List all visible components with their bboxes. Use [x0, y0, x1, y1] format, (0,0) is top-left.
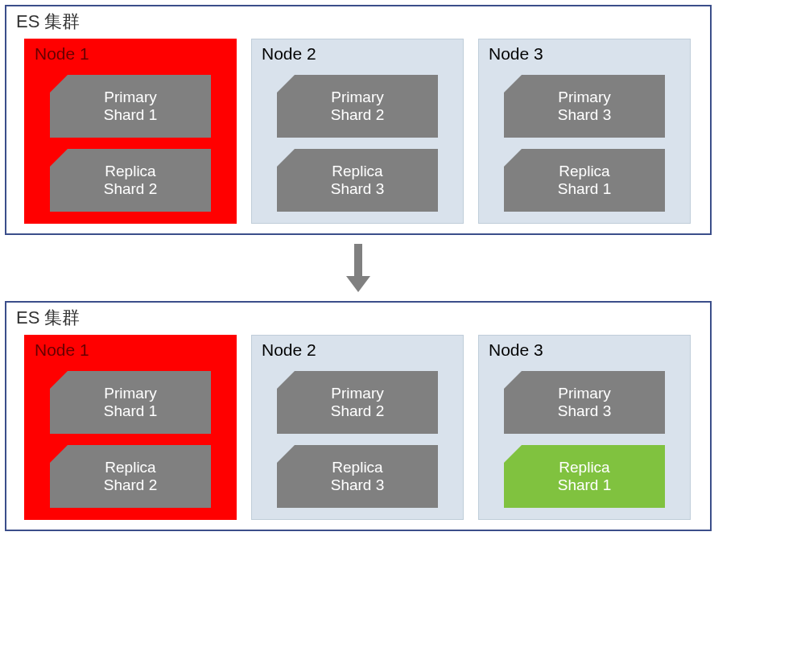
shard-line2: Shard 1	[104, 402, 158, 420]
shard-line2: Shard 3	[558, 106, 612, 124]
node-label: Node 3	[489, 44, 680, 64]
shard-line2: Shard 3	[558, 402, 612, 420]
transition-arrow-gap	[5, 235, 712, 301]
node-label: Node 3	[489, 340, 680, 360]
nodes-row: Node 1 Primary Shard 1 Replica Shard 2 N…	[14, 39, 702, 224]
replica-shard-2: Replica Shard 2	[50, 445, 211, 508]
cluster-title: ES 集群	[14, 10, 702, 34]
shard-line1: Primary	[558, 89, 610, 106]
shard-line1: Primary	[331, 89, 383, 106]
primary-shard-3: Primary Shard 3	[504, 371, 665, 434]
node-label: Node 2	[262, 340, 453, 360]
primary-shard-1: Primary Shard 1	[50, 371, 211, 434]
replica-shard-1-promoted: Replica Shard 1	[504, 445, 665, 508]
arrow-down-icon	[345, 242, 372, 294]
replica-shard-3: Replica Shard 3	[277, 445, 438, 508]
svg-rect-0	[354, 244, 362, 276]
shard-line1: Replica	[105, 163, 155, 180]
nodes-row: Node 1 Primary Shard 1 Replica Shard 2 N…	[14, 335, 702, 520]
cluster-title: ES 集群	[14, 306, 702, 330]
shard-line1: Replica	[332, 163, 382, 180]
shard-line2: Shard 2	[104, 476, 158, 494]
primary-shard-3: Primary Shard 3	[504, 75, 665, 138]
node-3: Node 3 Primary Shard 3 Replica Shard 1	[478, 39, 691, 224]
shard-line2: Shard 2	[331, 402, 385, 420]
node-1: Node 1 Primary Shard 1 Replica Shard 2	[24, 39, 237, 224]
shard-line1: Primary	[104, 89, 156, 106]
primary-shard-2: Primary Shard 2	[277, 75, 438, 138]
cluster-after: ES 集群 Node 1 Primary Shard 1 Replica Sha…	[5, 301, 712, 531]
node-label: Node 1	[35, 340, 226, 360]
replica-shard-1: Replica Shard 1	[504, 149, 665, 212]
shard-line2: Shard 3	[331, 476, 385, 494]
primary-shard-2: Primary Shard 2	[277, 371, 438, 434]
node-1: Node 1 Primary Shard 1 Replica Shard 2	[24, 335, 237, 520]
shard-line2: Shard 3	[331, 180, 385, 198]
shard-line1: Replica	[559, 459, 609, 476]
shard-line1: Replica	[559, 163, 609, 180]
node-3: Node 3 Primary Shard 3 Replica Shard 1	[478, 335, 691, 520]
shard-line2: Shard 1	[558, 476, 612, 494]
shard-line2: Shard 2	[104, 180, 158, 198]
shard-line2: Shard 2	[331, 106, 385, 124]
node-2: Node 2 Primary Shard 2 Replica Shard 3	[251, 335, 464, 520]
svg-marker-1	[346, 276, 370, 292]
shard-line1: Primary	[558, 385, 610, 402]
shard-line1: Primary	[104, 385, 156, 402]
shard-line1: Replica	[105, 459, 155, 476]
shard-line1: Replica	[332, 459, 382, 476]
primary-shard-1: Primary Shard 1	[50, 75, 211, 138]
shard-line2: Shard 1	[104, 106, 158, 124]
node-2: Node 2 Primary Shard 2 Replica Shard 3	[251, 39, 464, 224]
shard-line1: Primary	[331, 385, 383, 402]
cluster-before: ES 集群 Node 1 Primary Shard 1 Replica Sha…	[5, 5, 712, 235]
node-label: Node 2	[262, 44, 453, 64]
replica-shard-3: Replica Shard 3	[277, 149, 438, 212]
replica-shard-2: Replica Shard 2	[50, 149, 211, 212]
shard-line2: Shard 1	[558, 180, 612, 198]
node-label: Node 1	[35, 44, 226, 64]
